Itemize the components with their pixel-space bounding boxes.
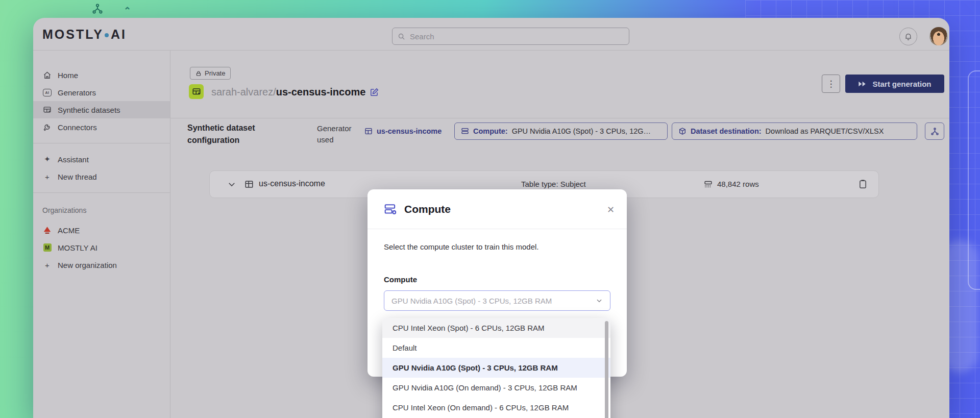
mostly-ai-org-icon: M	[42, 243, 52, 252]
more-actions-button[interactable]: ⋮	[822, 75, 840, 93]
generator-table-icon	[364, 127, 373, 135]
sidebar-item-generators[interactable]: AI Generators	[33, 84, 170, 101]
acme-logo-icon	[42, 226, 52, 234]
caret-glyph-icon: ⌃	[124, 5, 131, 16]
dataset-destination-prefix: Dataset destination:	[691, 127, 762, 135]
compute-chip-prefix: Compute:	[473, 127, 508, 135]
header-divider	[170, 118, 949, 118]
generator-used-label: Generator used	[317, 123, 358, 145]
connectors-icon	[42, 123, 52, 132]
sparkle-icon: ✦	[42, 155, 52, 164]
sidebar-item-label: Generators	[58, 88, 96, 97]
breadcrumb-owner: sarah-alvarez/	[211, 86, 276, 97]
option-gpu-nvidia-a10g-on-demand[interactable]: GPU Nvidia A10G (On demand) - 3 CPUs, 12…	[382, 378, 610, 398]
privacy-badge-label: Private	[205, 69, 225, 77]
page-background: ⌃ MOSTLYAI	[0, 0, 980, 418]
table-grid-icon	[244, 180, 254, 189]
dataset-destination-value: Download as PARQUET/CSV/XLSX	[766, 127, 884, 135]
sidebar-item-org-mostly-ai[interactable]: M MOSTLY AI	[33, 239, 170, 256]
notifications-button[interactable]	[899, 28, 917, 45]
compute-field-label: Compute	[384, 275, 417, 284]
sidebar-item-new-thread[interactable]: + New thread	[33, 168, 170, 185]
breadcrumb-dataset-name: us-census-income	[276, 86, 366, 97]
sidebar-item-connectors[interactable]: Connectors	[33, 118, 170, 136]
sidebar-item-home[interactable]: Home	[33, 66, 170, 84]
synthetic-datasets-icon	[42, 106, 52, 114]
rows-count-icon	[704, 180, 713, 188]
compute-options-dropdown: CPU Intel Xeon (Spot) - 6 CPUs, 12GB RAM…	[382, 318, 610, 418]
user-avatar[interactable]	[929, 27, 948, 45]
generator-chip[interactable]: us-census-income	[364, 122, 442, 140]
fast-forward-icon	[858, 81, 866, 87]
modal-description: Select the compute cluster to train this…	[384, 242, 538, 251]
kebab-icon: ⋮	[827, 79, 836, 89]
section-title: Synthetic dataset configuration	[187, 122, 284, 146]
package-icon	[678, 127, 687, 135]
sidebar-item-label: Connectors	[58, 123, 97, 132]
mostly-ai-logo[interactable]: MOSTLYAI	[42, 27, 127, 42]
sidebar-item-label: New thread	[58, 173, 97, 181]
dataset-destination-chip[interactable]: Dataset destination: Download as PARQUET…	[672, 122, 917, 140]
compute-server-icon	[461, 127, 469, 135]
clipboard-icon[interactable]	[859, 179, 867, 189]
plus-icon: +	[42, 261, 52, 269]
logo-text-main: MOSTLY	[42, 27, 104, 42]
synthetic-dataset-icon	[189, 84, 204, 99]
privacy-badge: Private	[190, 67, 231, 80]
sidebar-item-label: Assistant	[58, 155, 89, 164]
compute-server-gear-icon	[384, 203, 397, 216]
rows-count-label: 48,842 rows	[717, 180, 759, 188]
option-label: CPU Intel Xeon (On demand) - 6 CPUs, 12G…	[393, 403, 569, 412]
bell-icon	[904, 32, 913, 41]
workflow-view-button[interactable]	[925, 122, 944, 140]
logo-dot-icon	[105, 33, 109, 37]
chevron-down-icon	[596, 297, 603, 304]
organizations-heading: Organizations	[33, 200, 170, 222]
sidebar-item-synthetic-datasets[interactable]: Synthetic datasets	[33, 101, 170, 118]
sidebar-item-label: Synthetic datasets	[58, 106, 120, 114]
option-cpu-intel-xeon-spot[interactable]: CPU Intel Xeon (Spot) - 6 CPUs, 12GB RAM	[382, 318, 610, 338]
lock-icon	[195, 70, 202, 77]
option-label: GPU Nvidia A10G (Spot) - 3 CPUs, 12GB RA…	[393, 363, 558, 372]
sidebar-divider	[33, 143, 170, 143]
org-label: MOSTLY AI	[58, 243, 97, 252]
breadcrumb: sarah-alvarez/us-census-income	[211, 86, 379, 98]
sidebar-item-assistant[interactable]: ✦ Assistant	[33, 151, 170, 168]
compute-chip[interactable]: Compute: GPU Nvidia A10G (Spot) - 3 CPUs…	[454, 122, 668, 140]
generator-chip-label: us-census-income	[377, 127, 442, 135]
chevron-down-icon[interactable]	[227, 180, 236, 189]
close-icon[interactable]: ✕	[607, 204, 615, 215]
sidebar-item-label: New organization	[58, 261, 117, 269]
search-bar[interactable]	[392, 28, 629, 45]
option-label: Default	[393, 343, 417, 352]
option-default[interactable]: Default	[382, 338, 610, 358]
plus-icon: +	[42, 173, 52, 181]
search-input[interactable]	[410, 32, 624, 41]
sidebar-item-new-organization[interactable]: + New organization	[33, 256, 170, 274]
scrollbar-thumb[interactable]	[605, 321, 608, 418]
sidebar-divider	[33, 192, 170, 193]
workflow-icon	[930, 127, 939, 136]
table-name: us-census-income	[259, 179, 325, 188]
logo-text-suffix: AI	[111, 27, 127, 42]
top-bar: MOSTLYAI	[33, 18, 949, 51]
sidebar-item-label: Home	[58, 71, 78, 80]
compute-select[interactable]: GPU Nvidia A10G (Spot) - 3 CPUs, 12GB RA…	[384, 290, 610, 311]
option-gpu-nvidia-a10g-spot[interactable]: GPU Nvidia A10G (Spot) - 3 CPUs, 12GB RA…	[382, 358, 610, 378]
sidebar: Home AI Generators Synthetic datasets Co…	[33, 51, 170, 418]
option-label: GPU Nvidia A10G (On demand) - 3 CPUs, 12…	[393, 383, 577, 392]
option-label: CPU Intel Xeon (Spot) - 6 CPUs, 12GB RAM	[393, 324, 545, 332]
modal-title: Compute	[404, 203, 451, 215]
compute-chip-value: GPU Nvidia A10G (Spot) - 3 CPUs, 12G…	[512, 127, 651, 135]
edit-name-icon[interactable]	[370, 87, 379, 97]
start-generation-label: Start generation	[872, 80, 931, 88]
compute-select-value: GPU Nvidia A10G (Spot) - 3 CPUs, 12GB RA…	[391, 297, 552, 305]
option-cpu-intel-xeon-on-demand[interactable]: CPU Intel Xeon (On demand) - 6 CPUs, 12G…	[382, 398, 610, 417]
start-generation-button[interactable]: Start generation	[845, 75, 944, 93]
org-label: ACME	[58, 226, 80, 235]
generators-icon: AI	[42, 89, 52, 96]
home-icon	[42, 71, 52, 80]
background-illustration: ⌃	[92, 3, 131, 16]
workflow-glyph-icon	[92, 3, 103, 14]
sidebar-item-org-acme[interactable]: ACME	[33, 222, 170, 239]
